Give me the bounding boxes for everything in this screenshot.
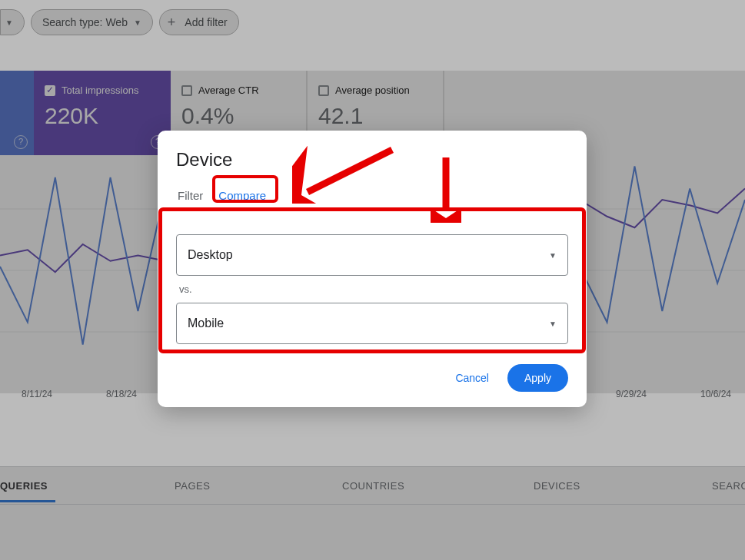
select-value: Mobile (188, 316, 224, 330)
chevron-down-icon: ▼ (549, 320, 557, 328)
select-device-a[interactable]: Desktop ▼ (176, 234, 568, 276)
tab-filter[interactable]: Filter (176, 184, 205, 207)
modal-title: Device (176, 149, 568, 171)
select-value: Desktop (188, 248, 233, 262)
cancel-button[interactable]: Cancel (443, 364, 501, 392)
tab-compare[interactable]: Compare (208, 184, 277, 207)
select-device-b[interactable]: Mobile ▼ (176, 303, 568, 344)
chevron-down-icon: ▼ (549, 251, 557, 260)
vs-label: vs. (179, 283, 568, 295)
device-filter-modal: Device Filter Compare Desktop ▼ vs. Mobi… (158, 131, 587, 407)
apply-button[interactable]: Apply (507, 364, 568, 392)
